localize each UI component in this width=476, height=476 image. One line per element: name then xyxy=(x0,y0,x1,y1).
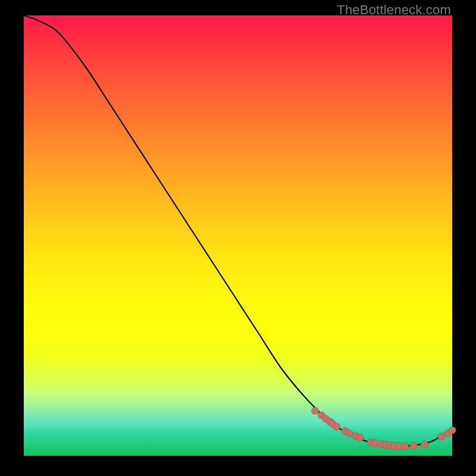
fit-marker xyxy=(402,443,409,450)
fit-marker xyxy=(410,442,417,449)
bottleneck-curve xyxy=(24,15,452,446)
plot-area xyxy=(24,15,452,456)
plot-svg xyxy=(24,15,452,456)
fit-marker xyxy=(371,439,378,446)
fit-markers xyxy=(311,407,456,450)
fit-marker xyxy=(421,441,428,448)
fit-marker xyxy=(333,423,340,430)
fit-marker xyxy=(356,434,364,441)
fit-marker xyxy=(449,427,456,434)
fit-marker xyxy=(311,407,318,414)
chart-frame: TheBottleneck.com xyxy=(0,0,476,476)
